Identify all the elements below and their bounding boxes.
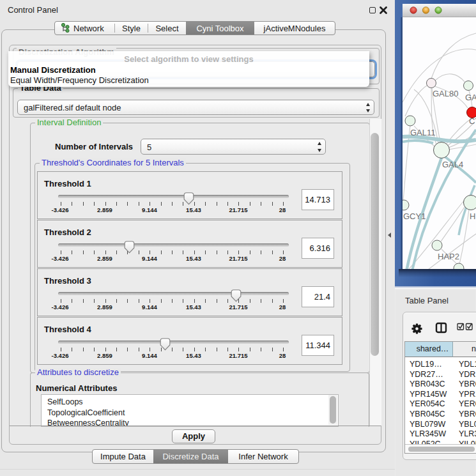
svg-text:CY: CY	[469, 116, 476, 126]
svg-text:GA: GA	[465, 93, 476, 102]
svg-text:GAL80: GAL80	[433, 89, 458, 98]
svg-text:GAL11: GAL11	[410, 128, 436, 137]
svg-text:HAP2: HAP2	[438, 252, 459, 261]
svg-text:GAL4: GAL4	[442, 160, 463, 169]
svg-text:GCY1: GCY1	[403, 211, 426, 221]
svg-text:HI: HI	[470, 211, 476, 221]
